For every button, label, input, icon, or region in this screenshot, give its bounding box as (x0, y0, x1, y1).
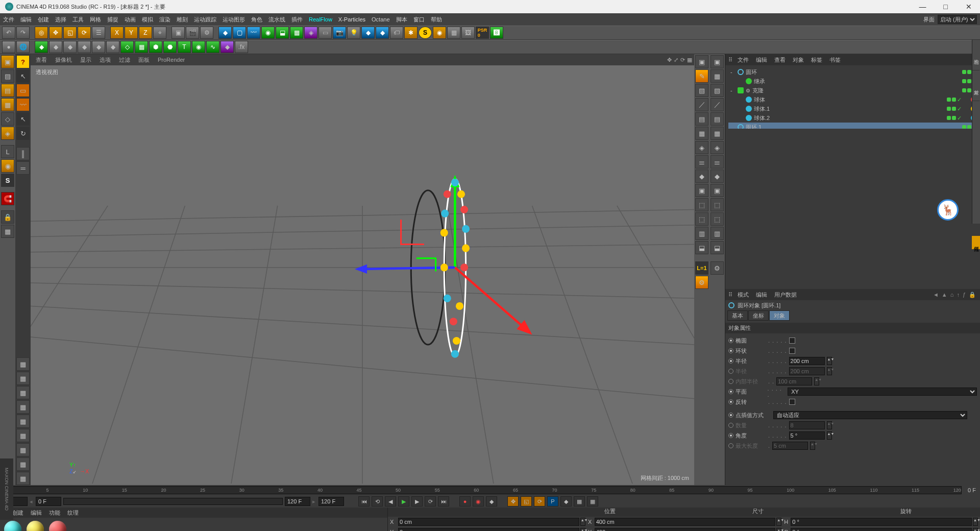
lock-y-button[interactable]: Y (125, 27, 138, 39)
vt-b8[interactable]: ⚌ (710, 155, 724, 168)
maximize-button[interactable]: □ (934, 0, 957, 13)
vt-b2[interactable]: ▦ (710, 69, 724, 83)
point-mode-button[interactable]: ◇ (1, 112, 14, 126)
spinner-icon[interactable]: ▲▼ (827, 431, 832, 440)
deformer-button[interactable]: ◈ (304, 27, 317, 39)
edge-tab-2[interactable]: 对象 (972, 70, 979, 101)
vt-b13[interactable]: ▥ (710, 227, 724, 240)
vt-a7[interactable]: ◈ (695, 141, 708, 154)
material-item[interactable]: 材质.2 (3, 521, 22, 531)
texture-mode-button[interactable]: ▨ (1, 69, 14, 83)
extrude-button[interactable]: ⬓ (276, 27, 289, 39)
psr-reset-button[interactable]: PSR0 (476, 27, 489, 39)
object-tree-empty-area[interactable]: 🦌 (725, 129, 980, 289)
camera-button[interactable]: 📷 (333, 27, 346, 39)
cube-button[interactable]: ▢ (233, 27, 246, 39)
rot-input[interactable] (791, 518, 972, 526)
null-button[interactable]: ◆ (218, 27, 232, 39)
menu-edit[interactable]: 编辑 (20, 16, 32, 23)
key-rot-button[interactable]: ⟳ (534, 496, 545, 506)
efx-button[interactable]: ◆ (220, 41, 234, 53)
mg3-button[interactable]: ◆ (63, 41, 77, 53)
menu-mesh[interactable]: 网格 (90, 16, 101, 23)
vp-nav-zoom-icon[interactable]: ⤢ (674, 57, 678, 63)
move-tool-button[interactable]: ↖ (16, 112, 30, 126)
timeline-ruler[interactable]: 0510152025303540455055606570758085909510… (0, 485, 980, 495)
panel-grip-icon[interactable]: ⠿ (728, 57, 732, 63)
rot-input[interactable] (791, 528, 972, 531)
model-mode-button[interactable]: ▣ (1, 55, 14, 68)
visibility-dot-icon[interactable] (962, 70, 966, 74)
goto-start-button[interactable]: ⏮ (358, 496, 370, 506)
vt-b4[interactable]: ／ (710, 98, 724, 111)
step-back-button[interactable]: ⟲ (372, 496, 383, 506)
visibility-dot-icon[interactable] (947, 107, 951, 111)
ellipse-checkbox[interactable] (789, 337, 795, 344)
attr-tab-coord[interactable]: 坐标 (748, 310, 769, 321)
right-edge-attr-tab[interactable]: 属性 (972, 236, 980, 249)
vp-menu-prorender[interactable]: ProRender (158, 57, 185, 63)
s-mode-button[interactable]: S (1, 174, 14, 187)
spinner-icon[interactable]: ▲▼ (973, 518, 978, 526)
vt-a9[interactable]: ◆ (695, 170, 708, 183)
rect-select-button[interactable]: ▭ (16, 84, 30, 97)
spinner-icon[interactable]: ▲▼ (776, 528, 781, 531)
pointer-button[interactable]: ↖ (16, 69, 30, 83)
attr-menu-edit[interactable]: 编辑 (756, 291, 767, 299)
minimize-button[interactable]: — (911, 0, 934, 13)
frame-current-input[interactable] (36, 497, 61, 506)
lasso-select-button[interactable]: 〰 (16, 98, 30, 111)
vt-b9[interactable]: ◆ (710, 170, 724, 183)
vt-b14[interactable]: ⬓ (710, 241, 724, 254)
key-opt1-button[interactable]: ▦ (574, 496, 585, 506)
render-dot-icon[interactable] (952, 116, 956, 120)
locked-workplane-button[interactable]: 🔒 (1, 210, 14, 224)
lock-x-button[interactable]: X (110, 27, 124, 39)
motext-button[interactable]: T (178, 41, 191, 53)
tag-button[interactable]: 🏷 (390, 27, 403, 39)
record-button[interactable]: ● (459, 496, 471, 506)
vt-L-button[interactable]: L=1 (695, 261, 708, 275)
vt-b12[interactable]: ⬚ (710, 212, 724, 226)
om-menu-file[interactable]: 文件 (738, 56, 749, 64)
mograph-button[interactable]: ◆ (361, 27, 375, 39)
vt-b15[interactable]: ⚙ (710, 261, 724, 275)
vt-b6[interactable]: ▦ (710, 127, 724, 140)
grid4-button[interactable]: ▦ (16, 400, 30, 414)
render-pv-button[interactable]: 🎬 (186, 27, 199, 39)
render-dot-icon[interactable] (967, 79, 971, 83)
menu-select[interactable]: 选择 (55, 16, 66, 23)
subdivision-button[interactable]: ◉ (261, 27, 275, 39)
attr-nav-up-icon[interactable]: ↑ (957, 292, 960, 298)
enable-check-icon[interactable]: ✓ (957, 106, 962, 112)
menu-pipeline[interactable]: 流水线 (268, 16, 285, 23)
vt-a13[interactable]: ▥ (695, 227, 708, 240)
world-button[interactable]: 🌐 (16, 41, 30, 53)
menu-mograph[interactable]: 运动图形 (223, 16, 245, 23)
grid5-button[interactable]: ▦ (16, 415, 30, 428)
play-button[interactable]: ▶ (398, 496, 409, 506)
vt-a12[interactable]: ⬚ (695, 212, 708, 226)
spinner-icon[interactable]: ▲▼ (827, 357, 832, 365)
spline-button[interactable]: 〰 (247, 27, 260, 39)
grid1-button[interactable]: ▦ (16, 357, 30, 371)
frame-range-end-input[interactable] (285, 497, 310, 506)
drop-to-floor-button[interactable]: 🅱 (490, 27, 503, 39)
spinner-icon[interactable]: ▲▼ (580, 528, 585, 531)
matrix-button[interactable]: ▦ (135, 41, 148, 53)
vt-gear-button[interactable]: ⚙ (695, 276, 708, 289)
vt-a10[interactable]: ▣ (695, 184, 708, 197)
attr-nav-fwd-icon[interactable]: ▲ (942, 292, 947, 298)
menu-xparticles[interactable]: X-Particles (338, 16, 365, 22)
rotate-tool-button[interactable]: ↻ (16, 127, 30, 140)
workplane-mode-button[interactable]: ▤ (1, 84, 14, 97)
coord-system-button[interactable]: ⌖ (153, 27, 166, 39)
pos-input[interactable] (398, 518, 579, 526)
visibility-dot-icon[interactable] (962, 79, 966, 83)
render-dot-icon[interactable] (952, 107, 956, 111)
visibility-dot-icon[interactable] (962, 125, 966, 129)
tree-row[interactable]: 圆环.1✓ (728, 123, 977, 129)
vp-nav-layout-icon[interactable]: ▦ (687, 57, 692, 63)
floor-button[interactable]: ▭ (318, 27, 332, 39)
menu-snap[interactable]: 捕捉 (107, 16, 118, 23)
